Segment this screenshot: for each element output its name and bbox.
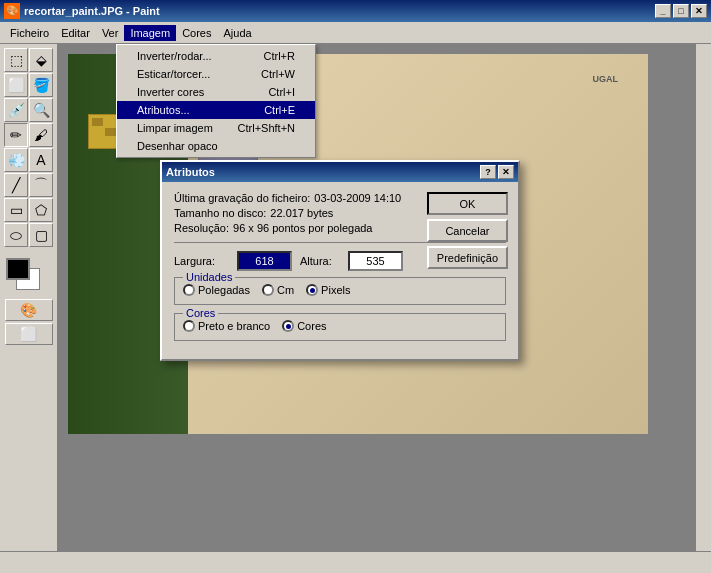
vertical-scrollbar[interactable] [695, 44, 711, 557]
dropdown-shortcut-inverter-cores: Ctrl+I [268, 86, 295, 98]
width-input[interactable] [237, 251, 292, 271]
tool-brush[interactable]: 🖌 [29, 123, 53, 147]
tool-row-1: ⬚ ⬙ [4, 48, 53, 72]
menu-editar[interactable]: Editar [55, 25, 96, 41]
dropdown-item-inverter-cores[interactable]: Inverter cores Ctrl+I [117, 83, 315, 101]
tool-curve[interactable]: ⌒ [29, 173, 53, 197]
minimize-button[interactable]: _ [655, 4, 671, 18]
units-section-label: Unidades [183, 271, 235, 283]
resolution-value: 96 x 96 pontos por polegada [233, 222, 372, 234]
status-bar [0, 551, 711, 573]
dropdown-shortcut-esticar-torcer: Ctrl+W [261, 68, 295, 80]
dropdown-label-inverter-cores: Inverter cores [137, 86, 204, 98]
last-save-value: 03-03-2009 14:10 [314, 192, 401, 204]
tool-ellipse[interactable]: ⬭ [4, 223, 28, 247]
tool-transparent[interactable]: ⬜ [5, 323, 53, 345]
tool-select-rect[interactable]: ⬚ [4, 48, 28, 72]
radio-cm-circle[interactable] [262, 284, 274, 296]
tool-rect[interactable]: ▭ [4, 198, 28, 222]
tool-text[interactable]: A [29, 148, 53, 172]
dialog-title-buttons[interactable]: ? ✕ [480, 165, 514, 179]
image-dropdown-menu: Inverter/rodar... Ctrl+R Esticar/torcer.… [116, 44, 316, 158]
height-input[interactable] [348, 251, 403, 271]
dropdown-label-limpar-imagem: Limpar imagem [137, 122, 213, 134]
dropdown-item-esticar-torcer[interactable]: Esticar/torcer... Ctrl+W [117, 65, 315, 83]
tool-pencil[interactable]: ✏ [4, 123, 28, 147]
radio-cores-label: Cores [297, 320, 326, 332]
dropdown-item-limpar-imagem[interactable]: Limpar imagem Ctrl+Shft+N [117, 119, 315, 137]
resolution-label: Resolução: [174, 222, 229, 234]
radio-pixels-circle[interactable] [306, 284, 318, 296]
tool-fill[interactable]: 🪣 [29, 73, 53, 97]
width-label: Largura: [174, 255, 229, 267]
colors-radio-group: Preto e branco Cores [183, 320, 497, 332]
attributes-dialog[interactable]: Atributos ? ✕ Última gravação do ficheir… [160, 160, 520, 361]
tool-row-3: 💉 🔍 [4, 98, 53, 122]
tool-eyedropper[interactable]: 💉 [4, 98, 28, 122]
cancel-button[interactable]: Cancelar [427, 219, 508, 242]
app-icon: 🎨 [4, 3, 20, 19]
units-radio-group: Polegadas Cm Pixels [183, 284, 497, 296]
dialog-button-group: OK Cancelar Predefinição [427, 192, 508, 269]
dropdown-label-atributos: Atributos... [137, 104, 190, 116]
tool-eraser[interactable]: ⬜ [4, 73, 28, 97]
special-tools: 🎨 ⬜ [5, 299, 53, 345]
radio-cores-circle[interactable] [282, 320, 294, 332]
last-save-label: Última gravação do ficheiro: [174, 192, 310, 204]
dropdown-item-desenhar-opaco[interactable]: Desenhar opaco [117, 137, 315, 155]
radio-preto-branco-label: Preto e branco [198, 320, 270, 332]
unit-polegadas[interactable]: Polegadas [183, 284, 250, 296]
tool-magnifier[interactable]: 🔍 [29, 98, 53, 122]
tool-row-2: ⬜ 🪣 [4, 73, 53, 97]
close-button[interactable]: ✕ [691, 4, 707, 18]
dropdown-label-esticar-torcer: Esticar/torcer... [137, 68, 210, 80]
radio-preto-branco-circle[interactable] [183, 320, 195, 332]
tool-line[interactable]: ╱ [4, 173, 28, 197]
window-controls[interactable]: _ □ ✕ [655, 4, 707, 18]
dialog-title-text: Atributos [166, 166, 480, 178]
maximize-button[interactable]: □ [673, 4, 689, 18]
predefine-button[interactable]: Predefinição [427, 246, 508, 269]
id-card-country: UGAL [593, 74, 619, 84]
radio-polegadas-circle[interactable] [183, 284, 195, 296]
radio-pixels-label: Pixels [321, 284, 350, 296]
tool-polygon[interactable]: ⬠ [29, 198, 53, 222]
colors-section-label: Cores [183, 307, 218, 319]
dropdown-label-desenhar-opaco: Desenhar opaco [137, 140, 218, 152]
window-title: recortar_paint.JPG - Paint [24, 5, 655, 17]
dialog-title-bar: Atributos ? ✕ [162, 162, 518, 182]
menu-ajuda[interactable]: Ajuda [217, 25, 257, 41]
ok-button[interactable]: OK [427, 192, 508, 215]
tool-select-free[interactable]: ⬙ [29, 48, 53, 72]
foreground-color[interactable] [6, 258, 30, 280]
tool-airbrush[interactable]: 💨 [4, 148, 28, 172]
dropdown-item-inverter-rodar[interactable]: Inverter/rodar... Ctrl+R [117, 47, 315, 65]
status-text [4, 557, 7, 569]
dialog-close-button[interactable]: ✕ [498, 165, 514, 179]
title-bar: 🎨 recortar_paint.JPG - Paint _ □ ✕ [0, 0, 711, 22]
tool-rounded-rect[interactable]: ▢ [29, 223, 53, 247]
color-preto-branco[interactable]: Preto e branco [183, 320, 270, 332]
tool-row-6: ╱ ⌒ [4, 173, 53, 197]
dropdown-shortcut-limpar-imagem: Ctrl+Shft+N [238, 122, 295, 134]
tool-row-7: ▭ ⬠ [4, 198, 53, 222]
colors-section: Cores Preto e branco Cores [174, 313, 506, 341]
color-picker-area [4, 256, 54, 294]
disk-size-value: 22.017 bytes [270, 207, 333, 219]
tool-color-palette[interactable]: 🎨 [5, 299, 53, 321]
color-cores[interactable]: Cores [282, 320, 326, 332]
menu-cores[interactable]: Cores [176, 25, 217, 41]
height-label: Altura: [300, 255, 340, 267]
menu-ficheiro[interactable]: Ficheiro [4, 25, 55, 41]
menu-imagem[interactable]: Imagem [124, 25, 176, 41]
dropdown-label-inverter-rodar: Inverter/rodar... [137, 50, 212, 62]
tool-row-5: 💨 A [4, 148, 53, 172]
unit-pixels[interactable]: Pixels [306, 284, 350, 296]
dropdown-item-atributos[interactable]: Atributos... Ctrl+E [117, 101, 315, 119]
disk-size-label: Tamanho no disco: [174, 207, 266, 219]
dialog-help-button[interactable]: ? [480, 165, 496, 179]
tool-row-4: ✏ 🖌 [4, 123, 53, 147]
unit-cm[interactable]: Cm [262, 284, 294, 296]
menu-ver[interactable]: Ver [96, 25, 125, 41]
radio-cm-label: Cm [277, 284, 294, 296]
